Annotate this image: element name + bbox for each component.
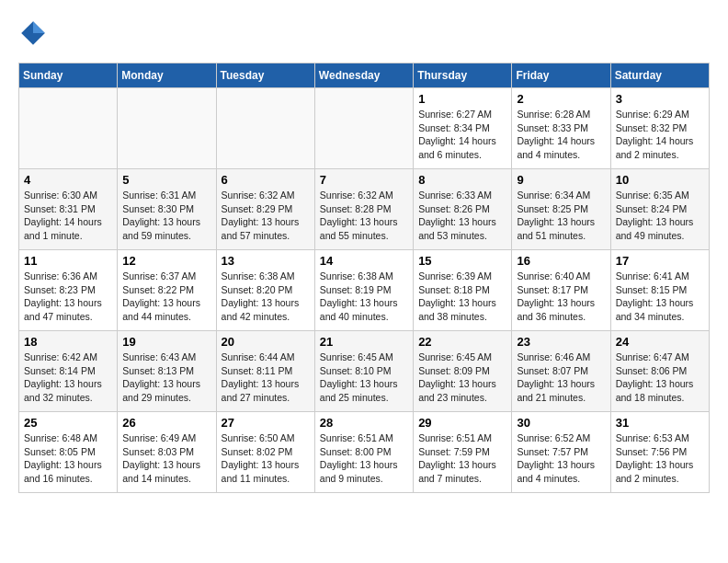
- day-info: Sunrise: 6:39 AM Sunset: 8:18 PM Dayligh…: [418, 270, 506, 324]
- column-header-sunday: Sunday: [19, 63, 118, 88]
- day-info: Sunrise: 6:37 AM Sunset: 8:22 PM Dayligh…: [122, 270, 210, 324]
- calendar-cell: [19, 88, 118, 169]
- calendar-cell: 7Sunrise: 6:32 AM Sunset: 8:28 PM Daylig…: [314, 169, 413, 250]
- day-info: Sunrise: 6:30 AM Sunset: 8:31 PM Dayligh…: [24, 189, 112, 243]
- day-info: Sunrise: 6:48 AM Sunset: 8:05 PM Dayligh…: [24, 431, 112, 486]
- day-info: Sunrise: 6:42 AM Sunset: 8:14 PM Dayligh…: [24, 350, 112, 405]
- svg-marker-1: [33, 21, 45, 33]
- calendar-cell: 2Sunrise: 6:28 AM Sunset: 8:33 PM Daylig…: [512, 88, 610, 169]
- day-info: Sunrise: 6:40 AM Sunset: 8:17 PM Dayligh…: [517, 270, 605, 324]
- calendar-cell: 29Sunrise: 6:51 AM Sunset: 7:59 PM Dayli…: [414, 412, 512, 493]
- calendar-cell: 4Sunrise: 6:30 AM Sunset: 8:31 PM Daylig…: [19, 169, 118, 250]
- day-info: Sunrise: 6:52 AM Sunset: 7:57 PM Dayligh…: [517, 431, 605, 486]
- day-info: Sunrise: 6:31 AM Sunset: 8:30 PM Dayligh…: [122, 189, 210, 243]
- calendar-cell: 15Sunrise: 6:39 AM Sunset: 8:18 PM Dayli…: [414, 250, 512, 331]
- day-info: Sunrise: 6:47 AM Sunset: 8:06 PM Dayligh…: [616, 350, 704, 405]
- column-header-monday: Monday: [118, 63, 216, 88]
- calendar-cell: 17Sunrise: 6:41 AM Sunset: 8:15 PM Dayli…: [610, 250, 709, 331]
- calendar-cell: 16Sunrise: 6:40 AM Sunset: 8:17 PM Dayli…: [512, 250, 610, 331]
- calendar-cell: 13Sunrise: 6:38 AM Sunset: 8:20 PM Dayli…: [216, 250, 314, 331]
- day-info: Sunrise: 6:49 AM Sunset: 8:03 PM Dayligh…: [122, 431, 210, 486]
- day-info: Sunrise: 6:44 AM Sunset: 8:11 PM Dayligh…: [222, 350, 310, 405]
- calendar-cell: 18Sunrise: 6:42 AM Sunset: 8:14 PM Dayli…: [19, 331, 118, 412]
- day-info: Sunrise: 6:36 AM Sunset: 8:23 PM Dayligh…: [24, 270, 112, 324]
- logo: [18, 18, 51, 48]
- calendar-week-row: 25Sunrise: 6:48 AM Sunset: 8:05 PM Dayli…: [19, 412, 710, 493]
- day-number: 11: [24, 254, 112, 268]
- day-info: Sunrise: 6:51 AM Sunset: 7:59 PM Dayligh…: [418, 431, 506, 486]
- calendar-cell: [216, 88, 314, 169]
- calendar-cell: [314, 88, 413, 169]
- day-info: Sunrise: 6:45 AM Sunset: 8:09 PM Dayligh…: [418, 350, 506, 405]
- day-number: 25: [24, 416, 112, 430]
- day-info: Sunrise: 6:53 AM Sunset: 7:56 PM Dayligh…: [616, 431, 704, 486]
- calendar-cell: 21Sunrise: 6:45 AM Sunset: 8:10 PM Dayli…: [314, 331, 413, 412]
- day-number: 23: [517, 335, 605, 349]
- calendar-cell: 3Sunrise: 6:29 AM Sunset: 8:32 PM Daylig…: [610, 88, 709, 169]
- day-number: 31: [616, 416, 704, 430]
- day-number: 10: [616, 173, 704, 187]
- day-number: 26: [122, 416, 210, 430]
- calendar-cell: 27Sunrise: 6:50 AM Sunset: 8:02 PM Dayli…: [216, 412, 314, 493]
- calendar-cell: 31Sunrise: 6:53 AM Sunset: 7:56 PM Dayli…: [610, 412, 709, 493]
- calendar-week-row: 1Sunrise: 6:27 AM Sunset: 8:34 PM Daylig…: [19, 88, 710, 169]
- page-header: [18, 18, 710, 48]
- day-number: 7: [320, 173, 408, 187]
- calendar-cell: 14Sunrise: 6:38 AM Sunset: 8:19 PM Dayli…: [314, 250, 413, 331]
- day-info: Sunrise: 6:34 AM Sunset: 8:25 PM Dayligh…: [517, 189, 605, 243]
- calendar-cell: 10Sunrise: 6:35 AM Sunset: 8:24 PM Dayli…: [610, 169, 709, 250]
- calendar-cell: [118, 88, 216, 169]
- day-info: Sunrise: 6:29 AM Sunset: 8:32 PM Dayligh…: [616, 108, 704, 162]
- calendar-cell: 12Sunrise: 6:37 AM Sunset: 8:22 PM Dayli…: [118, 250, 216, 331]
- day-number: 24: [616, 335, 704, 349]
- day-info: Sunrise: 6:46 AM Sunset: 8:07 PM Dayligh…: [517, 350, 605, 405]
- calendar-cell: 11Sunrise: 6:36 AM Sunset: 8:23 PM Dayli…: [19, 250, 118, 331]
- calendar-cell: 25Sunrise: 6:48 AM Sunset: 8:05 PM Dayli…: [19, 412, 118, 493]
- calendar-cell: 23Sunrise: 6:46 AM Sunset: 8:07 PM Dayli…: [512, 331, 610, 412]
- calendar-cell: 24Sunrise: 6:47 AM Sunset: 8:06 PM Dayli…: [610, 331, 709, 412]
- day-number: 20: [222, 335, 310, 349]
- day-number: 28: [320, 416, 408, 430]
- calendar-cell: 26Sunrise: 6:49 AM Sunset: 8:03 PM Dayli…: [118, 412, 216, 493]
- day-number: 8: [418, 173, 506, 187]
- day-number: 9: [517, 173, 605, 187]
- calendar-week-row: 4Sunrise: 6:30 AM Sunset: 8:31 PM Daylig…: [19, 169, 710, 250]
- day-number: 17: [616, 254, 704, 268]
- day-info: Sunrise: 6:33 AM Sunset: 8:26 PM Dayligh…: [418, 189, 506, 243]
- calendar-table: SundayMondayTuesdayWednesdayThursdayFrid…: [18, 63, 710, 493]
- day-number: 3: [616, 92, 704, 106]
- calendar-cell: 19Sunrise: 6:43 AM Sunset: 8:13 PM Dayli…: [118, 331, 216, 412]
- column-header-wednesday: Wednesday: [314, 63, 413, 88]
- calendar-cell: 28Sunrise: 6:51 AM Sunset: 8:00 PM Dayli…: [314, 412, 413, 493]
- calendar-cell: 22Sunrise: 6:45 AM Sunset: 8:09 PM Dayli…: [414, 331, 512, 412]
- day-info: Sunrise: 6:32 AM Sunset: 8:29 PM Dayligh…: [222, 189, 310, 243]
- calendar-header-row: SundayMondayTuesdayWednesdayThursdayFrid…: [19, 63, 710, 88]
- day-number: 22: [418, 335, 506, 349]
- calendar-cell: 20Sunrise: 6:44 AM Sunset: 8:11 PM Dayli…: [216, 331, 314, 412]
- day-number: 16: [517, 254, 605, 268]
- day-info: Sunrise: 6:32 AM Sunset: 8:28 PM Dayligh…: [320, 189, 408, 243]
- day-number: 13: [222, 254, 310, 268]
- column-header-friday: Friday: [512, 63, 610, 88]
- day-number: 27: [222, 416, 310, 430]
- column-header-tuesday: Tuesday: [216, 63, 314, 88]
- day-info: Sunrise: 6:38 AM Sunset: 8:20 PM Dayligh…: [222, 270, 310, 324]
- calendar-cell: 1Sunrise: 6:27 AM Sunset: 8:34 PM Daylig…: [414, 88, 512, 169]
- day-info: Sunrise: 6:35 AM Sunset: 8:24 PM Dayligh…: [616, 189, 704, 243]
- day-info: Sunrise: 6:50 AM Sunset: 8:02 PM Dayligh…: [222, 431, 310, 486]
- calendar-week-row: 18Sunrise: 6:42 AM Sunset: 8:14 PM Dayli…: [19, 331, 710, 412]
- day-number: 1: [418, 92, 506, 106]
- day-info: Sunrise: 6:51 AM Sunset: 8:00 PM Dayligh…: [320, 431, 408, 486]
- day-number: 2: [517, 92, 605, 106]
- day-number: 15: [418, 254, 506, 268]
- day-number: 6: [222, 173, 310, 187]
- day-number: 4: [24, 173, 112, 187]
- column-header-thursday: Thursday: [414, 63, 512, 88]
- calendar-cell: 6Sunrise: 6:32 AM Sunset: 8:29 PM Daylig…: [216, 169, 314, 250]
- day-number: 30: [517, 416, 605, 430]
- calendar-week-row: 11Sunrise: 6:36 AM Sunset: 8:23 PM Dayli…: [19, 250, 710, 331]
- day-info: Sunrise: 6:41 AM Sunset: 8:15 PM Dayligh…: [616, 270, 704, 324]
- calendar-cell: 9Sunrise: 6:34 AM Sunset: 8:25 PM Daylig…: [512, 169, 610, 250]
- day-number: 21: [320, 335, 408, 349]
- day-info: Sunrise: 6:38 AM Sunset: 8:19 PM Dayligh…: [320, 270, 408, 324]
